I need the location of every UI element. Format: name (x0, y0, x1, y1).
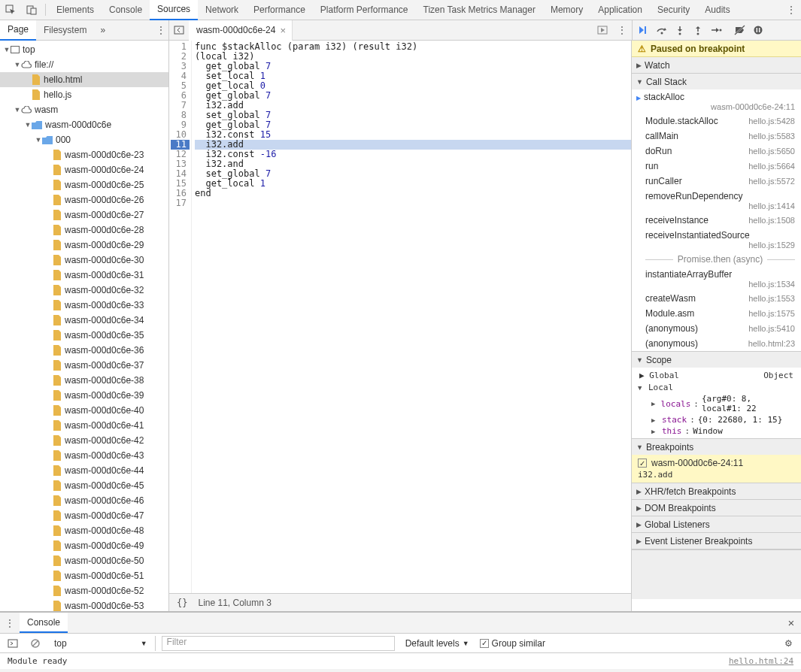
tree-item[interactable]: wasm-000d0c6e-41 (0, 418, 168, 433)
top-tab-security[interactable]: Security (650, 0, 697, 20)
callstack-header[interactable]: ▼Call Stack (632, 74, 801, 89)
xhr-bp-header[interactable]: ▶XHR/fetch Breakpoints (632, 483, 801, 499)
page-tab[interactable]: Page (0, 20, 36, 41)
tree-wasm[interactable]: ▼wasm (0, 102, 168, 117)
editor-kebab-icon[interactable]: ⋮ (612, 20, 632, 41)
tree-item[interactable]: wasm-000d0c6e-44 (0, 463, 168, 478)
nav-toggle-icon[interactable] (169, 20, 189, 41)
code-line[interactable]: end (195, 189, 631, 198)
tree-item[interactable]: wasm-000d0c6e-52 (0, 583, 168, 598)
tree-item[interactable]: wasm-000d0c6e-36 (0, 343, 168, 358)
breakpoints-header[interactable]: ▼Breakpoints (632, 439, 801, 455)
right-hscroll[interactable] (632, 599, 801, 611)
tree-item[interactable]: wasm-000d0c6e-39 (0, 388, 168, 403)
tree-item[interactable]: wasm-000d0c6e-33 (0, 298, 168, 313)
watch-header[interactable]: ▶Watch (632, 57, 801, 73)
context-dropdown[interactable]: top▼ (50, 636, 156, 651)
open-file-tab[interactable]: wasm-000d0c6e-24 × (189, 20, 293, 41)
dom-bp-header[interactable]: ▶DOM Breakpoints (632, 500, 801, 516)
top-tab-performance[interactable]: Performance (246, 0, 313, 20)
stack-frame[interactable]: (anonymous)hello.html:23 (632, 336, 801, 351)
tree-item[interactable]: wasm-000d0c6e-24 (0, 162, 168, 177)
console-sidebar-icon[interactable] (5, 635, 21, 652)
tree-hello-html[interactable]: hello.html (0, 72, 168, 87)
tree-wasm-folder[interactable]: ▼wasm-000d0c6e (0, 117, 168, 132)
step-into-button[interactable] (672, 22, 688, 38)
tree-item[interactable]: wasm-000d0c6e-51 (0, 568, 168, 583)
stack-frame[interactable]: callMainhello.js:5583 (632, 129, 801, 144)
top-tab-network[interactable]: Network (198, 0, 246, 20)
stack-frame[interactable]: createWasmhello.js:1553 (632, 291, 801, 306)
top-tab-platform-performance[interactable]: Platform Performance (313, 0, 416, 20)
left-kebab-icon[interactable]: ⋮ (153, 25, 168, 35)
stack-frame[interactable]: runCallerhello.js:5572 (632, 174, 801, 189)
top-tab-memory[interactable]: Memory (543, 0, 590, 20)
pause-exceptions-button[interactable] (750, 22, 766, 38)
console-source-link[interactable]: hello.html:24 (729, 656, 793, 666)
deactivate-bp-button[interactable] (732, 22, 748, 38)
code-line[interactable]: get_global 7 (195, 91, 631, 101)
stack-frame[interactable]: removeRunDependencyhello.js:1414 (632, 189, 801, 213)
filesystem-tab[interactable]: Filesystem (36, 20, 94, 41)
scope-locals[interactable]: ▶locals: {arg#0: 8, local#1: 22 (632, 393, 801, 414)
stack-frame[interactable]: stackAllocwasm-000d0c6e-24:11 (632, 89, 801, 114)
clear-console-icon[interactable] (27, 635, 44, 652)
top-tab-console[interactable]: Console (102, 0, 150, 20)
tree-item[interactable]: wasm-000d0c6e-34 (0, 313, 168, 328)
tree-item[interactable]: wasm-000d0c6e-26 (0, 192, 168, 207)
device-toggle-icon[interactable] (21, 0, 42, 20)
code-line[interactable]: i32.const 15 (195, 130, 631, 140)
tree-item[interactable]: wasm-000d0c6e-46 (0, 493, 168, 508)
tree-item[interactable]: wasm-000d0c6e-37 (0, 358, 168, 373)
stack-frame[interactable]: receiveInstancehello.js:1508 (632, 213, 801, 228)
top-tab-audits[interactable]: Audits (697, 0, 737, 20)
global-listeners-header[interactable]: ▶Global Listeners (632, 516, 801, 532)
close-file-icon[interactable]: × (280, 25, 286, 36)
stack-frame[interactable]: (anonymous)hello.js:5410 (632, 321, 801, 336)
scope-header[interactable]: ▼Scope (632, 352, 801, 368)
top-tab-elements[interactable]: Elements (49, 0, 102, 20)
top-more-icon[interactable]: ⋮ (781, 5, 801, 15)
tree-item[interactable]: wasm-000d0c6e-23 (0, 147, 168, 162)
stack-frame[interactable]: doRunhello.js:5650 (632, 144, 801, 159)
resume-button[interactable] (636, 22, 652, 38)
tree-item[interactable]: wasm-000d0c6e-27 (0, 207, 168, 222)
top-tab-application[interactable]: Application (590, 0, 650, 20)
top-tab-tizen-task-metrics-manager[interactable]: Tizen Task Metrics Manager (416, 0, 543, 20)
code-line[interactable]: i32.const -16 (195, 150, 631, 159)
filter-input[interactable]: Filter (162, 636, 395, 651)
tree-file-scheme[interactable]: ▼file:// (0, 57, 168, 72)
inspect-icon[interactable] (0, 0, 21, 20)
bp-checkbox[interactable]: ✓ (638, 459, 647, 468)
tree-item[interactable]: wasm-000d0c6e-53 (0, 598, 168, 611)
event-bp-header[interactable]: ▶Event Listener Breakpoints (632, 533, 801, 549)
drawer-kebab-icon[interactable]: ⋮ (0, 618, 20, 628)
tree-item[interactable]: wasm-000d0c6e-45 (0, 478, 168, 493)
stack-frame[interactable]: Module.stackAllochello.js:5428 (632, 114, 801, 129)
tree-item[interactable]: wasm-000d0c6e-50 (0, 553, 168, 568)
code-line[interactable]: get_local 1 (195, 179, 631, 189)
scope-this[interactable]: ▶this: Window (632, 425, 801, 437)
left-more-icon[interactable]: » (94, 25, 111, 35)
tree-top[interactable]: ▼top (0, 42, 168, 57)
tree-item[interactable]: wasm-000d0c6e-31 (0, 268, 168, 283)
tree-item[interactable]: wasm-000d0c6e-47 (0, 508, 168, 523)
pretty-print-icon[interactable]: {} (177, 598, 187, 608)
tree-item[interactable]: wasm-000d0c6e-25 (0, 177, 168, 192)
tree-item[interactable]: wasm-000d0c6e-29 (0, 238, 168, 253)
tree-item[interactable]: wasm-000d0c6e-35 (0, 328, 168, 343)
tree-item[interactable]: wasm-000d0c6e-30 (0, 253, 168, 268)
tree-item[interactable]: wasm-000d0c6e-38 (0, 373, 168, 388)
tree-hello-js[interactable]: hello.js (0, 87, 168, 102)
code-line[interactable] (195, 198, 631, 208)
stack-frame[interactable]: instantiateArrayBufferhello.js:1534 (632, 267, 801, 291)
stack-frame[interactable]: receiveInstantiatedSourcehello.js:1529 (632, 228, 801, 252)
scope-local[interactable]: ▼Local (632, 382, 801, 393)
run-snippet-icon[interactable] (593, 20, 612, 41)
code-line[interactable]: func $stackAlloc (param i32) (result i32… (195, 42, 631, 52)
drawer-close-icon[interactable]: × (781, 616, 801, 629)
stack-frame[interactable]: runhello.js:5664 (632, 159, 801, 174)
tree-item[interactable]: wasm-000d0c6e-32 (0, 283, 168, 298)
tree-item[interactable]: wasm-000d0c6e-49 (0, 538, 168, 553)
top-tab-sources[interactable]: Sources (150, 0, 198, 20)
